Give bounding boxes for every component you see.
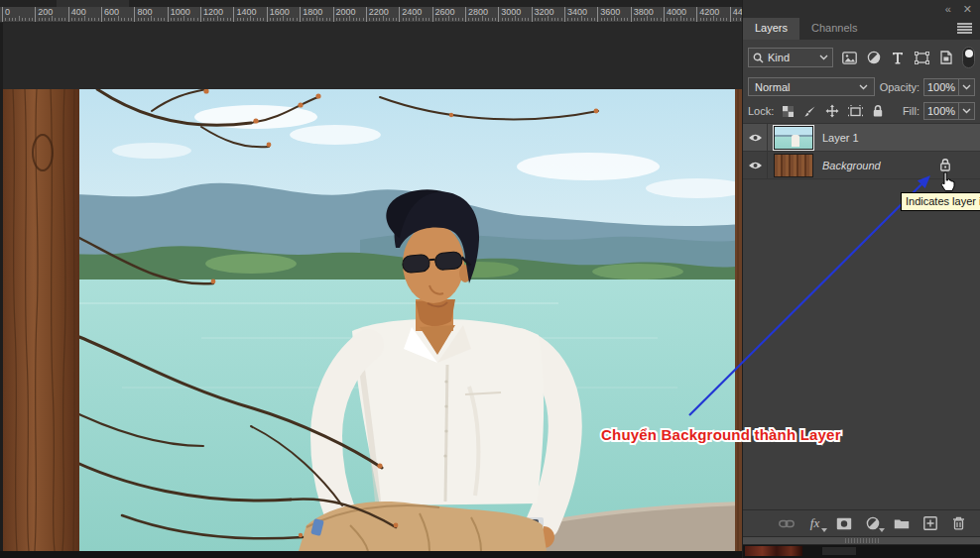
fill-field[interactable]: 100% [923, 102, 959, 120]
blend-mode-select[interactable]: Normal [748, 77, 875, 96]
eye-icon [748, 133, 763, 143]
pixel-layer-filter-icon[interactable] [840, 49, 858, 66]
visibility-toggle[interactable] [743, 152, 768, 178]
blend-row: Normal Opacity: 100% [743, 74, 980, 99]
layer-thumbnail[interactable] [774, 126, 813, 150]
eye-icon [748, 161, 763, 170]
fx-label: fx [810, 515, 819, 531]
fill-dropdown[interactable] [959, 102, 975, 120]
opacity-dropdown[interactable] [959, 78, 975, 96]
photo-scene [3, 89, 742, 551]
kind-filter-select[interactable]: Kind [748, 48, 833, 67]
panel-tabbar: Layers Channels [743, 18, 980, 40]
window-top-strip [0, 0, 742, 7]
add-mask-icon[interactable] [835, 515, 852, 532]
smart-object-filter-icon[interactable] [938, 49, 956, 66]
lock-row: Lock: Fill: 100% [743, 99, 980, 124]
photoshop-window: 0200400600800100012001400160018002000220… [0, 0, 980, 558]
layer-name[interactable]: Background [822, 160, 881, 171]
lock-all-icon[interactable] [872, 104, 884, 118]
collapse-panel-icon[interactable]: « [945, 4, 951, 15]
visibility-toggle[interactable] [743, 124, 768, 151]
chevron-down-icon [962, 108, 971, 114]
blend-mode-value: Normal [755, 81, 790, 93]
type-layer-filter-icon[interactable] [889, 49, 907, 66]
shape-layer-filter-icon[interactable] [914, 49, 931, 66]
tab-channels[interactable]: Channels [799, 18, 869, 40]
lock-image-pixels-icon[interactable] [803, 105, 816, 118]
layer-thumbnail[interactable] [774, 154, 813, 177]
thumbnail-fragment [745, 546, 802, 556]
lock-label: Lock: [748, 105, 774, 117]
layers-list: Layer 1 Background [743, 124, 980, 179]
chevron-down-icon [819, 55, 828, 60]
layers-panel: « ✕ Layers Channels Kind [742, 0, 980, 558]
new-layer-icon[interactable] [921, 515, 938, 532]
ruler[interactable]: 0200400600800100012001400160018002000220… [0, 7, 742, 23]
link-layers-icon[interactable] [778, 515, 795, 532]
lock-position-icon[interactable] [825, 104, 839, 118]
layer-row-background[interactable]: Background [743, 152, 980, 179]
lock-transparent-pixels-icon[interactable] [782, 105, 795, 118]
close-panel-icon[interactable]: ✕ [963, 4, 972, 15]
adjustment-layer-filter-icon[interactable] [865, 49, 883, 66]
layer-style-icon[interactable]: fx [806, 515, 823, 532]
chevron-down-icon [859, 84, 868, 90]
panel-empty-area [743, 179, 980, 509]
kind-label: Kind [768, 52, 790, 63]
layer-name[interactable]: Layer 1 [822, 132, 859, 144]
canvas-bottom-strip [0, 551, 742, 558]
panel-under-strip [743, 545, 980, 558]
panel-bottom-bar: fx [743, 509, 980, 536]
photo-layer[interactable] [3, 89, 742, 551]
panel-menu-icon[interactable] [957, 23, 972, 34]
layer-filter-row: Kind [743, 40, 980, 74]
layer-filter-toggle[interactable] [962, 47, 975, 68]
thumbnail-fragment [822, 547, 856, 555]
layer-row-layer1[interactable]: Layer 1 [743, 124, 980, 152]
opacity-field[interactable]: 100% [923, 78, 959, 96]
chevron-down-icon [962, 84, 971, 90]
tooltip: Indicates layer is [901, 192, 980, 211]
annotation-text: Chuyển Background thành Layer [601, 426, 879, 443]
top-strip-notch [57, 0, 129, 7]
tab-layers[interactable]: Layers [743, 18, 799, 40]
background-lock-icon[interactable] [939, 158, 951, 176]
search-icon [753, 53, 764, 63]
panel-header: « ✕ [743, 0, 980, 18]
new-group-icon[interactable] [893, 515, 910, 532]
delete-layer-icon[interactable] [950, 515, 967, 532]
new-adjustment-layer-icon[interactable] [864, 515, 881, 532]
panel-resize-handle[interactable] [743, 536, 980, 545]
fill-label: Fill: [903, 105, 919, 117]
lock-artboard-icon[interactable] [848, 105, 863, 118]
opacity-label: Opacity: [880, 81, 919, 93]
